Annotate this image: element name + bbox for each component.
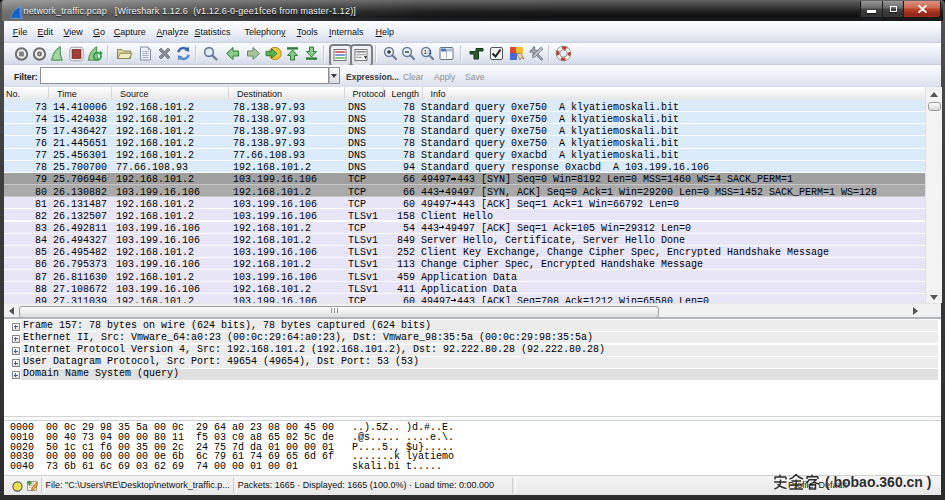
svg-text:1:1: 1:1: [424, 49, 433, 55]
